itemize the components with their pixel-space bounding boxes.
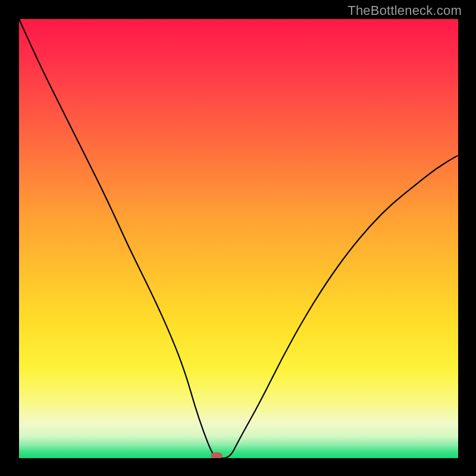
bottleneck-curve — [19, 19, 458, 458]
minimum-marker — [211, 452, 223, 458]
plot-area — [19, 19, 458, 458]
curve-svg — [19, 19, 458, 458]
chart-frame: TheBottleneck.com — [0, 0, 476, 476]
watermark-text: TheBottleneck.com — [347, 3, 462, 18]
